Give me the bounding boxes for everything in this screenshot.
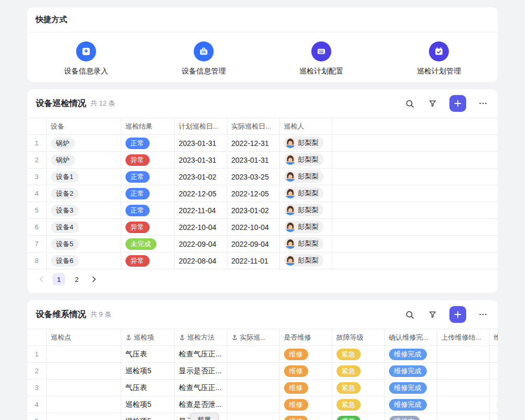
device-tag[interactable]: 设备3 [51, 205, 79, 216]
page-2-button[interactable]: 2 [70, 273, 83, 286]
point-cell[interactable] [46, 346, 121, 363]
method-cell[interactable]: 显示是否正... [174, 363, 227, 380]
status-badge[interactable]: 正常 [125, 188, 150, 200]
actual-date-cell[interactable]: 2022-10-04 [227, 219, 279, 236]
last-cell[interactable] [489, 396, 498, 413]
status-badge[interactable]: 异常 [125, 154, 150, 166]
method-cell[interactable]: 检查是否泄... [174, 396, 227, 413]
person-tag[interactable]: 彭梨梨 [284, 204, 323, 216]
person-tag[interactable]: 彭梨梨 [284, 170, 323, 183]
search-icon[interactable] [403, 97, 416, 110]
status-badge[interactable]: 正常 [125, 171, 150, 183]
device-tag[interactable]: 设备6 [51, 255, 79, 267]
actual-date-cell[interactable]: 2022-11-01 [227, 253, 279, 269]
level-badge[interactable]: 紧急 [337, 349, 361, 360]
plan-date-cell[interactable]: 2022-11-04 [174, 202, 227, 219]
plan-date-cell[interactable]: 2022-09-04 [174, 236, 227, 253]
item-cell[interactable]: 气压表 [121, 380, 174, 396]
actual-cell[interactable] [227, 396, 279, 413]
page-1-button[interactable]: 1 [52, 273, 65, 286]
col-upload[interactable]: 上传维修结... [437, 329, 489, 346]
shortcut-device-entry[interactable]: 设备信息录入 [27, 41, 145, 76]
confirm-badge[interactable]: 维修完成 [389, 382, 427, 394]
actual-cell[interactable] [227, 363, 279, 380]
repair-badge[interactable]: 维修 [284, 416, 308, 420]
table-row[interactable]: 8 设备6 异常 2022-08-04 2022-11-01 彭梨梨 [27, 253, 498, 269]
method-cell[interactable]: 检查气压正... [174, 346, 227, 363]
add-record-button[interactable] [449, 306, 466, 323]
actual-cell[interactable] [227, 346, 279, 363]
status-badge[interactable]: 异常 [125, 255, 150, 267]
point-cell[interactable] [46, 363, 121, 380]
confirm-badge[interactable]: 维修中 [389, 416, 420, 420]
plan-date-cell[interactable]: 2022-08-04 [174, 253, 227, 269]
col-point[interactable]: 巡检点 [46, 329, 121, 346]
person-tag[interactable]: 彭梨梨 [284, 153, 323, 166]
person-tag[interactable]: 彭梨梨 [284, 237, 323, 250]
add-record-button[interactable] [449, 95, 466, 112]
level-badge[interactable]: 紧急 [337, 382, 361, 394]
actual-date-cell[interactable]: 2023-03-25 [227, 169, 279, 185]
col-repair[interactable]: 是否维修 [279, 329, 332, 346]
filter-icon[interactable] [426, 97, 439, 110]
more-icon[interactable] [477, 97, 489, 110]
col-level[interactable]: 故障等级 [332, 329, 384, 346]
level-badge[interactable]: 重要 [337, 416, 361, 420]
person-tag[interactable]: 彭梨梨 [284, 220, 323, 233]
device-tag[interactable]: 设备4 [51, 222, 79, 233]
item-cell[interactable]: 巡检项5 [121, 363, 174, 380]
point-cell[interactable] [46, 413, 121, 420]
col-confirm[interactable]: 确认维修完... [384, 329, 437, 346]
table-row[interactable]: 3 设备1 正常 2023-01-02 2023-03-25 彭梨梨 [27, 169, 498, 185]
actual-date-cell[interactable]: 2022-09-04 [227, 236, 279, 253]
table-row[interactable]: 4 巡检项5 检查是否泄... 维修 紧急 维修完成 [27, 396, 498, 413]
search-icon[interactable] [403, 308, 416, 321]
col-person[interactable]: 巡检人 [279, 118, 332, 135]
method-cell[interactable]: 检查气压正... [174, 380, 227, 396]
device-tag[interactable]: 锅炉 [51, 154, 75, 166]
person-tag[interactable]: 彭梨梨 [284, 136, 323, 149]
item-cell[interactable]: 巡检项5 [121, 396, 174, 413]
col-method[interactable]: 巡检方法 [174, 329, 227, 346]
status-badge[interactable]: 未完成 [125, 238, 156, 250]
plan-date-cell[interactable]: 2023-01-31 [174, 152, 227, 169]
col-item[interactable]: 巡检项 [121, 329, 174, 346]
shortcut-plan-manage[interactable]: 巡检计划管理 [380, 41, 498, 76]
table-row[interactable]: 5 巡检项5 显示是否正... 维修 重要 维修中 [27, 413, 498, 420]
upload-cell[interactable] [437, 380, 489, 396]
table-row[interactable]: 1 气压表 检查气压正... 维修 紧急 维修完成 [27, 346, 498, 363]
table-row[interactable]: 2 锅炉 异常 2023-01-31 2023-01-31 彭梨梨 [27, 152, 498, 169]
table-row[interactable]: 6 设备4 异常 2022-10-04 2022-10-04 彭梨梨 [27, 219, 498, 236]
filter-icon[interactable] [426, 308, 439, 321]
table-row[interactable]: 3 气压表 检查气压正... 维修 紧急 维修完成 [27, 380, 498, 396]
actual-cell[interactable] [227, 380, 279, 396]
confirm-badge[interactable]: 维修完成 [389, 365, 427, 377]
next-page-button[interactable] [88, 274, 100, 285]
table-row[interactable]: 1 锅炉 正常 2023-01-31 2022-12-31 彭梨梨 [27, 135, 498, 152]
status-badge[interactable]: 异常 [125, 222, 150, 233]
prev-page-button[interactable] [36, 274, 47, 285]
device-tag[interactable]: 设备2 [51, 188, 79, 200]
confirm-badge[interactable]: 维修完成 [389, 399, 427, 411]
plan-date-cell[interactable]: 2022-10-04 [174, 219, 227, 236]
person-tag[interactable]: 彭梨梨 [284, 254, 323, 267]
table-row[interactable]: 5 设备3 正常 2022-11-04 2023-01-02 彭梨梨 [27, 202, 498, 219]
col-device[interactable]: 设备 [46, 118, 121, 135]
col-last[interactable]: 维... [489, 329, 498, 346]
item-cell[interactable]: 气压表 [121, 346, 174, 363]
col-actual-date[interactable]: 实际巡检日... [227, 118, 279, 135]
actual-date-cell[interactable]: 2022-12-05 [227, 185, 279, 202]
table-row[interactable]: 4 设备2 正常 2022-12-05 2022-12-05 彭梨梨 [27, 185, 498, 202]
more-icon[interactable] [477, 308, 489, 321]
repair-badge[interactable]: 维修 [284, 399, 308, 411]
col-plan-date[interactable]: 计划巡检日... [174, 118, 227, 135]
table-row[interactable]: 2 巡检项5 显示是否正... 维修 紧急 维修完成 [27, 363, 498, 380]
confirm-badge[interactable]: 维修完成 [389, 349, 427, 360]
device-tag[interactable]: 锅炉 [51, 138, 75, 149]
shortcut-device-manage[interactable]: 设备信息管理 [145, 41, 262, 76]
status-badge[interactable]: 正常 [125, 138, 150, 149]
device-tag[interactable]: 设备1 [51, 171, 79, 183]
upload-cell[interactable] [437, 346, 489, 363]
table-row[interactable]: 7 设备5 未完成 2022-09-04 2022-09-04 彭梨梨 [27, 236, 498, 253]
person-tag[interactable]: 彭梨梨 [284, 187, 323, 200]
